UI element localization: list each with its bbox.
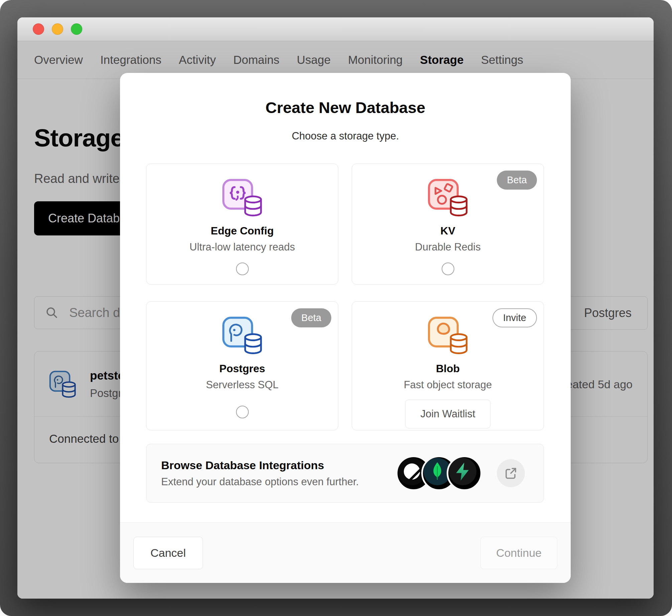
window-titlebar bbox=[17, 17, 654, 41]
continue-button[interactable]: Continue bbox=[480, 537, 557, 569]
kv-radio[interactable] bbox=[442, 263, 454, 275]
close-icon[interactable] bbox=[33, 23, 44, 35]
storage-card-postgres[interactable]: Beta bbox=[146, 301, 338, 430]
join-waitlist-button[interactable]: Join Waitlist bbox=[405, 400, 490, 428]
storage-card-edge-config[interactable]: Edge Config Ultra-low latency reads bbox=[146, 164, 338, 285]
beta-badge: Beta bbox=[497, 171, 537, 190]
postgres-radio[interactable] bbox=[236, 406, 249, 418]
card-subtitle: Ultra-low latency reads bbox=[190, 241, 295, 253]
storage-type-grid: Edge Config Ultra-low latency reads Beta bbox=[146, 164, 544, 430]
card-subtitle: Fast object storage bbox=[404, 379, 492, 391]
invite-badge: Invite bbox=[492, 308, 537, 327]
edge-config-icon bbox=[222, 179, 263, 217]
window-content: Overview Integrations Activity Domains U… bbox=[17, 41, 654, 599]
beta-badge: Beta bbox=[291, 308, 331, 327]
modal-subtitle: Choose a storage type. bbox=[120, 130, 571, 142]
browse-title: Browse Database Integrations bbox=[161, 459, 359, 472]
minimize-icon[interactable] bbox=[52, 23, 63, 35]
card-title: Blob bbox=[436, 363, 460, 375]
open-integrations-button[interactable] bbox=[497, 459, 525, 487]
screenshot: Overview Integrations Activity Domains U… bbox=[0, 0, 672, 616]
cancel-button[interactable]: Cancel bbox=[133, 537, 203, 569]
postgres-icon bbox=[222, 316, 263, 354]
modal-footer: Cancel Continue bbox=[120, 522, 571, 583]
external-link-icon bbox=[503, 466, 518, 481]
storage-card-blob[interactable]: Invite Blob bbox=[352, 301, 544, 430]
modal-title: Create New Database bbox=[120, 98, 571, 117]
edge-config-radio[interactable] bbox=[236, 263, 249, 275]
blob-icon bbox=[428, 316, 468, 354]
supabase-icon bbox=[447, 455, 482, 491]
browse-actions bbox=[396, 455, 525, 491]
browse-text: Browse Database Integrations Extend your… bbox=[161, 459, 359, 488]
card-title: KV bbox=[440, 225, 455, 237]
browse-subtitle: Extend your database options even furthe… bbox=[161, 476, 359, 488]
kv-icon bbox=[428, 179, 468, 217]
card-subtitle: Durable Redis bbox=[415, 241, 480, 253]
card-subtitle: Serverless SQL bbox=[206, 379, 278, 391]
card-title: Edge Config bbox=[211, 225, 273, 237]
maximize-icon[interactable] bbox=[71, 23, 82, 35]
browse-integrations-card[interactable]: Browse Database Integrations Extend your… bbox=[146, 444, 544, 503]
card-title: Postgres bbox=[219, 363, 265, 375]
browser-window: Overview Integrations Activity Domains U… bbox=[17, 17, 654, 599]
create-database-modal: Create New Database Choose a storage typ… bbox=[120, 73, 571, 583]
storage-card-kv[interactable]: Beta bbox=[352, 164, 544, 285]
integration-avatars bbox=[396, 455, 482, 491]
